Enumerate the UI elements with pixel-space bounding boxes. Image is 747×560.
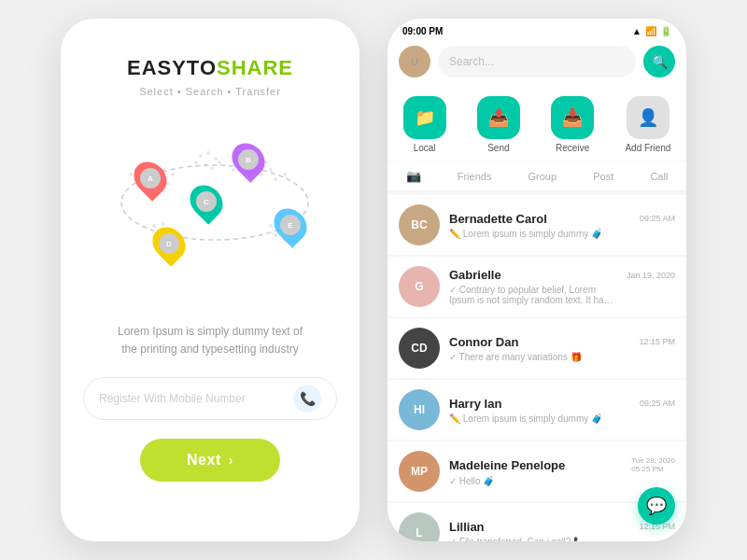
name-bernadette: Bernadette Carol [449, 212, 547, 226]
description-text: Lorem Ipsum is simply dummy text of the … [117, 323, 303, 358]
status-icons: ▲ 📶 🔋 [632, 26, 671, 36]
call-label: Call [650, 171, 668, 182]
chat-item-harry[interactable]: HI Harry Ian 09:25 AM ✏️ Lorem ipsum is … [388, 380, 686, 440]
friends-label: Friends [458, 171, 492, 182]
chat-item-bernadette[interactable]: BC Bernadette Carol 09:25 AM ✏️ Lorem ip… [388, 195, 686, 255]
battery-icon: 🔋 [660, 26, 671, 36]
msg-lillian: ✓ File transferred, Can i call? 📞 [449, 537, 617, 542]
pin-yellow: D [154, 226, 184, 261]
chat-info-lillian: Lillian 12:15 PM ✓ File transferred, Can… [449, 520, 675, 542]
name-madeleine: Madeleine Penelope [449, 458, 565, 472]
next-arrow-icon: › [229, 453, 233, 468]
avatar-harry: HI [399, 389, 440, 430]
pin-avatar-3: C [196, 191, 217, 212]
camera-icon: 📷 [406, 169, 421, 183]
pin-avatar-2: B [238, 149, 259, 170]
svg-point-40 [283, 173, 287, 176]
pin-avatar-4: D [159, 233, 179, 254]
chat-info-harry: Harry Ian 09:25 AM ✏️ Lorem ipsum is sim… [449, 397, 675, 424]
chat-item-gabrielle[interactable]: G Gabrielle Jan 19, 2020 ✓ Contrary to p… [388, 257, 686, 316]
name-lillian: Lillian [449, 520, 485, 534]
action-local[interactable]: 📁 Local [403, 96, 446, 153]
chat-info-connor: Connor Dan 12:15 PM ✓ There are many var… [449, 335, 675, 362]
nav-tabs: 📷 Friends Group Post Call [388, 161, 686, 191]
left-phone: EASYTOSHARE Select • Search • Transfer [61, 19, 359, 541]
send-label: Send [487, 143, 509, 153]
time-gabrielle: Jan 19, 2020 [627, 271, 675, 280]
local-icon: 📁 [403, 96, 446, 139]
wifi-icon: ▲ [632, 26, 641, 36]
chat-info-bernadette: Bernadette Carol 09:25 AM ✏️ Lorem ipsum… [449, 212, 675, 239]
time-harry: 09:25 AM [640, 399, 675, 408]
register-placeholder: Register With Mobile Number [99, 392, 293, 405]
receive-label: Receive [556, 143, 589, 153]
action-receive[interactable]: 📥 Receive [551, 96, 594, 153]
tab-call[interactable]: Call [650, 169, 668, 183]
chat-info-gabrielle: Gabrielle Jan 19, 2020 ✓ Contrary to pop… [449, 268, 675, 305]
svg-point-43 [269, 224, 273, 228]
right-phone-wrapper: 09:00 PM ▲ 📶 🔋 U Search... 🔍 📁 Local 📤 [388, 19, 686, 541]
msg-gabrielle: ✓ Contrary to popular belief, Lorem Ipsu… [449, 285, 617, 305]
name-harry: Harry Ian [449, 397, 501, 411]
name-connor: Connor Dan [449, 335, 518, 349]
avatar-connor: CD [399, 328, 440, 369]
app-subtitle: Select • Search • Transfer [139, 86, 281, 97]
action-send[interactable]: 📤 Send [477, 96, 520, 153]
user-avatar: U [399, 46, 430, 77]
svg-point-19 [214, 157, 218, 161]
tab-camera[interactable]: 📷 [406, 169, 421, 183]
tab-friends[interactable]: Friends [458, 169, 492, 183]
name-gabrielle: Gabrielle [449, 268, 501, 282]
svg-point-23 [194, 161, 198, 164]
map-area: A B C D E [89, 114, 331, 301]
right-phone: 09:00 PM ▲ 📶 🔋 U Search... 🔍 📁 Local 📤 [388, 19, 686, 541]
avatar-bernadette: BC [399, 204, 440, 245]
search-header: U Search... 🔍 [388, 40, 686, 87]
signal-icon: 📶 [645, 26, 656, 36]
avatar-madeleine: MP [399, 451, 440, 492]
svg-point-22 [218, 161, 221, 164]
avatar-lillian: L [399, 512, 440, 541]
chat-item-connor[interactable]: CD Connor Dan 12:15 PM ✓ There are many … [388, 318, 686, 378]
receive-icon: 📥 [551, 96, 594, 139]
chat-info-madeleine: Madeleine Penelope Tue 28, 202005:25 PM … [449, 456, 675, 486]
svg-point-21 [210, 166, 214, 170]
svg-point-10 [129, 173, 133, 176]
chat-item-madeleine[interactable]: MP Madeleine Penelope Tue 28, 202005:25 … [388, 441, 686, 501]
title-black: EASYTO [127, 56, 217, 79]
status-time: 09:00 PM [402, 26, 443, 36]
chat-list: BC Bernadette Carol 09:25 AM ✏️ Lorem ip… [388, 191, 686, 541]
search-placeholder: Search... [449, 55, 494, 68]
avatar-gabrielle: G [399, 266, 440, 307]
add-friend-label: Add Friend [625, 143, 670, 153]
time-connor: 12:15 PM [639, 337, 675, 346]
post-label: Post [593, 171, 613, 182]
search-button[interactable]: 🔍 [643, 46, 675, 77]
tab-post[interactable]: Post [593, 169, 613, 183]
pin-blue: E [275, 207, 305, 243]
local-label: Local [414, 143, 436, 153]
msg-harry: ✏️ Lorem ipsum is simply dummy 🧳 [449, 413, 617, 424]
register-input[interactable]: Register With Mobile Number 📞 [83, 377, 337, 420]
time-bernadette: 09:25 AM [640, 214, 675, 223]
svg-point-38 [269, 168, 273, 172]
next-button[interactable]: Next › [140, 439, 280, 482]
status-bar: 09:00 PM ▲ 📶 🔋 [388, 19, 686, 40]
quick-actions: 📁 Local 📤 Send 📥 Receive 👤 Add Friend [388, 87, 686, 161]
tab-group[interactable]: Group [529, 169, 557, 183]
svg-point-39 [274, 177, 277, 181]
add-friend-icon: 👤 [627, 96, 669, 139]
title-green: SHARE [217, 56, 293, 79]
phone-icon: 📞 [293, 385, 321, 413]
group-label: Group [529, 171, 557, 182]
pin-purple: B [233, 142, 263, 177]
pin-teal: C [191, 184, 221, 219]
pin-avatar-5: E [280, 215, 301, 235]
svg-point-18 [206, 151, 210, 155]
msg-madeleine: ✓ Hello 🧳 [449, 476, 617, 486]
search-box[interactable]: Search... [438, 46, 636, 77]
action-add-friend[interactable]: 👤 Add Friend [625, 96, 670, 153]
fab-chat-button[interactable]: 💬 [638, 487, 675, 525]
svg-point-11 [171, 173, 175, 176]
time-madeleine: Tue 28, 202005:25 PM [631, 456, 675, 473]
